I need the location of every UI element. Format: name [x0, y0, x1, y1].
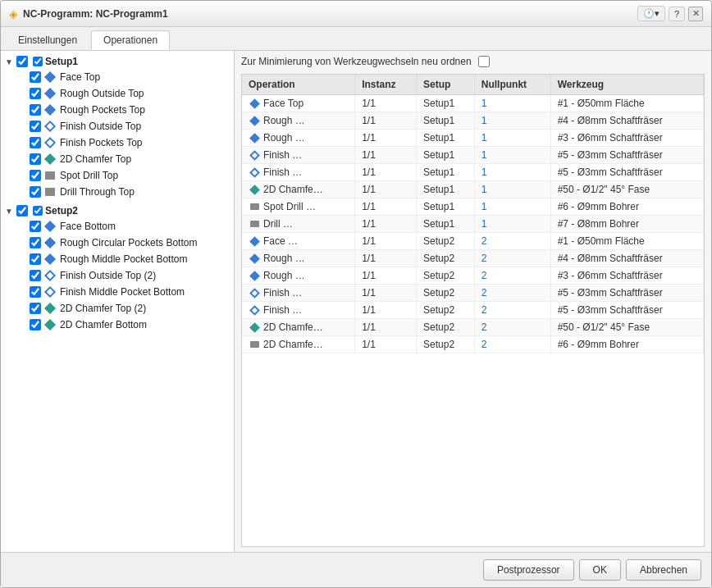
col-werkzeug: Werkzeug: [550, 75, 703, 95]
close-button[interactable]: ✕: [688, 7, 703, 21]
2d-chamfer-bottom-icon: [43, 318, 57, 331]
operation-name: Rough …: [263, 253, 305, 264]
2d-chamfer-bottom-label: 2D Chamfer Bottom: [60, 319, 147, 330]
tree-item-rough-pockets-top[interactable]: Rough Pockets Top: [1, 102, 234, 118]
table-row[interactable]: Rough …1/1Setup22#4 - Ø8mm Schaftfräser: [242, 250, 704, 267]
reorder-checkbox[interactable]: [478, 56, 490, 67]
tree-item-face-top[interactable]: Face Top: [1, 69, 234, 85]
tree-item-finish-pockets-top[interactable]: Finish Pockets Top: [1, 134, 234, 151]
operation-name: 2D Chamfe…: [263, 184, 323, 195]
face-top-checkbox[interactable]: [30, 71, 41, 83]
operation-name: Rough …: [263, 270, 305, 281]
face-top-label: Face Top: [60, 71, 100, 83]
table-row[interactable]: Rough …1/1Setup22#3 - Ø6mm Schaftfräser: [242, 267, 704, 285]
tree-item-drill-through-top[interactable]: Drill Through Top: [1, 184, 234, 200]
nullpunkt-cell: 2: [474, 302, 550, 319]
nullpunkt-cell: 1: [474, 181, 550, 198]
finish-outside-top-icon: [43, 120, 57, 133]
finish-outside-top2-label: Finish Outside Top (2): [60, 270, 156, 281]
operation-icon: [249, 149, 260, 161]
rough-middle-icon: [43, 253, 57, 266]
table-row[interactable]: Rough …1/1Setup11#4 - Ø8mm Schaftfräser: [242, 112, 704, 130]
operation-icon: [249, 218, 260, 230]
rough-middle-label: Rough Middle Pocket Bottom: [60, 253, 187, 265]
finish-outside-top-checkbox[interactable]: [30, 121, 41, 132]
tree-item-rough-middle[interactable]: Rough Middle Pocket Bottom: [1, 251, 234, 267]
rough-circular-label: Rough Circular Pockets Bottom: [60, 237, 197, 248]
help-button[interactable]: ?: [669, 7, 685, 21]
tree-item-finish-outside-top2[interactable]: Finish Outside Top (2): [1, 267, 234, 284]
operation-name: Face …: [263, 235, 298, 247]
operations-table-container: Operation Instanz Setup Nullpunkt Werkze…: [241, 74, 705, 547]
footer: Postprozessor OK Abbrechen: [1, 552, 711, 587]
setup2-checkbox[interactable]: [16, 205, 28, 217]
rough-pockets-top-icon: [43, 103, 57, 116]
setup1-toggle[interactable]: ▼: [4, 57, 14, 66]
instanz-cell: 1/1: [355, 164, 417, 181]
tabs-bar: Einstellungen Operationen: [1, 27, 711, 51]
werkzeug-cell: #5 - Ø3mm Schaftfräser: [550, 302, 703, 319]
tree-item-rough-outside-top[interactable]: Rough Outside Top: [1, 85, 234, 102]
tree-item-finish-middle[interactable]: Finish Middle Pocket Bottom: [1, 284, 234, 300]
finish-pockets-top-label: Finish Pockets Top: [60, 137, 143, 148]
table-row[interactable]: Drill …1/1Setup11#7 - Ø8mm Bohrer: [242, 216, 704, 233]
rough-outside-top-checkbox[interactable]: [30, 88, 41, 99]
tree-item-2d-chamfer-bottom[interactable]: 2D Chamfer Bottom: [1, 317, 234, 333]
2d-chamfer-bottom-checkbox[interactable]: [30, 319, 41, 330]
setup2-group[interactable]: ▼ Setup2: [1, 203, 234, 218]
ok-button[interactable]: OK: [579, 559, 621, 581]
setup1-group[interactable]: ▼ Setup1: [1, 54, 234, 69]
tree-item-rough-circular[interactable]: Rough Circular Pockets Bottom: [1, 235, 234, 251]
setup2-toggle[interactable]: ▼: [4, 207, 14, 216]
tree-item-face-bottom[interactable]: Face Bottom: [1, 218, 234, 235]
operation-name: Finish …: [263, 287, 302, 299]
werkzeug-cell: #4 - Ø8mm Schaftfräser: [550, 112, 703, 130]
operation-name: Drill …: [263, 218, 293, 230]
operation-name: Face Top: [263, 98, 304, 109]
tab-einstellungen[interactable]: Einstellungen: [6, 30, 89, 50]
2d-chamfer-top2-checkbox[interactable]: [30, 303, 41, 314]
table-row[interactable]: Finish …1/1Setup11#5 - Ø3mm Schaftfräser: [242, 164, 704, 181]
tree-item-spot-drill-top[interactable]: Spot Drill Top: [1, 167, 234, 184]
setup1-checkbox[interactable]: [16, 56, 28, 67]
table-row[interactable]: Finish …1/1Setup22#5 - Ø3mm Schaftfräser: [242, 302, 704, 319]
table-row[interactable]: Rough …1/1Setup11#3 - Ø6mm Schaftfräser: [242, 130, 704, 147]
rough-circular-checkbox[interactable]: [30, 237, 41, 248]
clock-button[interactable]: 🕐▾: [637, 6, 665, 21]
drill-through-top-icon: [43, 185, 57, 198]
dialog: ◈ NC-Programm: NC-Programm1 🕐▾ ? ✕ Einst…: [0, 0, 712, 588]
instanz-cell: 1/1: [355, 216, 417, 233]
setup1-checkbox2[interactable]: [33, 57, 43, 66]
table-row[interactable]: Face Top1/1Setup11#1 - Ø50mm Fläche: [242, 95, 704, 112]
table-row[interactable]: 2D Chamfe…1/1Setup11#50 - Ø1/2" 45° Fase: [242, 181, 704, 198]
werkzeug-cell: #50 - Ø1/2" 45° Fase: [550, 319, 703, 336]
drill-through-top-checkbox[interactable]: [30, 186, 41, 198]
table-row[interactable]: Finish …1/1Setup11#5 - Ø3mm Schaftfräser: [242, 147, 704, 164]
operation-name: Rough …: [263, 132, 305, 144]
table-row[interactable]: 2D Chamfe…1/1Setup22#6 - Ø9mm Bohrer: [242, 336, 704, 353]
postprozessor-button[interactable]: Postprozessor: [483, 559, 574, 581]
2d-chamfer-top-checkbox[interactable]: [30, 153, 41, 165]
table-row[interactable]: Face …1/1Setup22#1 - Ø50mm Fläche: [242, 233, 704, 250]
werkzeug-cell: #50 - Ø1/2" 45° Fase: [550, 181, 703, 198]
setup-cell: Setup1: [417, 130, 475, 147]
setup2-label: Setup2: [45, 205, 78, 217]
finish-middle-checkbox[interactable]: [30, 286, 41, 298]
tab-operationen[interactable]: Operationen: [91, 30, 170, 50]
setup2-checkbox2[interactable]: [33, 206, 43, 216]
table-row[interactable]: Spot Drill …1/1Setup11#6 - Ø9mm Bohrer: [242, 198, 704, 216]
tree-item-finish-outside-top[interactable]: Finish Outside Top: [1, 118, 234, 134]
abbrechen-button[interactable]: Abbrechen: [626, 559, 701, 581]
rough-pockets-top-checkbox[interactable]: [30, 104, 41, 116]
tree-item-2d-chamfer-top[interactable]: 2D Chamfer Top: [1, 151, 234, 167]
table-row[interactable]: Finish …1/1Setup22#5 - Ø3mm Schaftfräser: [242, 285, 704, 302]
table-row[interactable]: 2D Chamfe…1/1Setup22#50 - Ø1/2" 45° Fase: [242, 319, 704, 336]
finish-outside-top2-checkbox[interactable]: [30, 270, 41, 281]
finish-pockets-top-checkbox[interactable]: [30, 137, 41, 148]
face-bottom-checkbox[interactable]: [30, 221, 41, 232]
tree-item-2d-chamfer-top2[interactable]: 2D Chamfer Top (2): [1, 300, 234, 317]
spot-drill-top-checkbox[interactable]: [30, 170, 41, 181]
app-icon: ◈: [9, 7, 18, 21]
col-setup: Setup: [417, 75, 475, 95]
rough-middle-checkbox[interactable]: [30, 253, 41, 265]
